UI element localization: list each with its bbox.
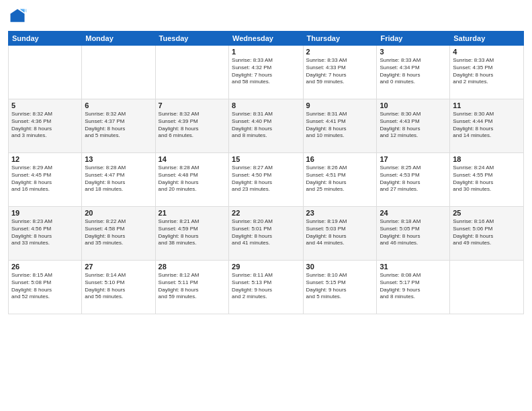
calendar-cell: 18Sunrise: 8:24 AM Sunset: 4:55 PM Dayli… — [450, 153, 524, 207]
day-number: 18 — [453, 155, 521, 163]
calendar-cell — [82, 46, 155, 99]
calendar-cell: 1Sunrise: 8:33 AM Sunset: 4:32 PM Daylig… — [229, 46, 304, 99]
day-info: Sunrise: 8:33 AM Sunset: 4:34 PM Dayligh… — [380, 57, 447, 86]
calendar-cell: 27Sunrise: 8:14 AM Sunset: 5:10 PM Dayli… — [82, 261, 155, 314]
calendar-cell: 24Sunrise: 8:18 AM Sunset: 5:05 PM Dayli… — [377, 207, 450, 261]
day-info: Sunrise: 8:10 AM Sunset: 5:15 PM Dayligh… — [306, 272, 374, 301]
day-info: Sunrise: 8:28 AM Sunset: 4:47 PM Dayligh… — [85, 165, 152, 193]
day-info: Sunrise: 8:26 AM Sunset: 4:51 PM Dayligh… — [306, 165, 374, 193]
day-number: 4 — [453, 48, 521, 56]
calendar-cell: 6Sunrise: 8:32 AM Sunset: 4:37 PM Daylig… — [82, 99, 155, 153]
day-info: Sunrise: 8:20 AM Sunset: 5:01 PM Dayligh… — [232, 218, 300, 247]
day-info: Sunrise: 8:08 AM Sunset: 5:17 PM Dayligh… — [380, 272, 447, 301]
calendar-cell: 11Sunrise: 8:30 AM Sunset: 4:44 PM Dayli… — [450, 99, 524, 153]
calendar-cell: 29Sunrise: 8:11 AM Sunset: 5:13 PM Dayli… — [229, 261, 304, 314]
day-number: 15 — [232, 155, 300, 163]
calendar-cell: 22Sunrise: 8:20 AM Sunset: 5:01 PM Dayli… — [229, 207, 304, 261]
calendar-cell: 26Sunrise: 8:15 AM Sunset: 5:08 PM Dayli… — [9, 261, 82, 314]
page: SundayMondayTuesdayWednesdayThursdayFrid… — [0, 0, 532, 411]
day-info: Sunrise: 8:32 AM Sunset: 4:37 PM Dayligh… — [85, 111, 152, 140]
day-info: Sunrise: 8:11 AM Sunset: 5:13 PM Dayligh… — [232, 272, 300, 301]
day-number: 17 — [380, 155, 447, 163]
day-info: Sunrise: 8:31 AM Sunset: 4:40 PM Dayligh… — [232, 111, 300, 140]
calendar-cell — [450, 261, 524, 314]
day-info: Sunrise: 8:32 AM Sunset: 4:36 PM Dayligh… — [11, 111, 79, 140]
day-number: 14 — [159, 155, 226, 163]
day-number: 26 — [11, 263, 79, 271]
day-number: 25 — [453, 209, 521, 217]
calendar-cell: 4Sunrise: 8:33 AM Sunset: 4:35 PM Daylig… — [450, 46, 524, 99]
calendar-cell: 12Sunrise: 8:29 AM Sunset: 4:45 PM Dayli… — [9, 153, 82, 207]
calendar-cell: 5Sunrise: 8:32 AM Sunset: 4:36 PM Daylig… — [9, 99, 82, 153]
day-info: Sunrise: 8:21 AM Sunset: 4:59 PM Dayligh… — [159, 218, 226, 247]
calendar-cell — [9, 46, 82, 99]
calendar-header-thursday: Thursday — [303, 32, 377, 46]
calendar-cell: 17Sunrise: 8:25 AM Sunset: 4:53 PM Dayli… — [377, 153, 450, 207]
day-info: Sunrise: 8:33 AM Sunset: 4:32 PM Dayligh… — [232, 57, 300, 86]
header — [8, 7, 524, 26]
day-number: 13 — [85, 155, 152, 163]
day-number: 24 — [380, 209, 447, 217]
calendar-week-row: 1Sunrise: 8:33 AM Sunset: 4:32 PM Daylig… — [9, 46, 524, 99]
calendar-cell: 9Sunrise: 8:31 AM Sunset: 4:41 PM Daylig… — [303, 99, 377, 153]
day-number: 6 — [85, 101, 152, 109]
calendar-cell: 15Sunrise: 8:27 AM Sunset: 4:50 PM Dayli… — [229, 153, 304, 207]
day-info: Sunrise: 8:28 AM Sunset: 4:48 PM Dayligh… — [159, 165, 226, 193]
calendar-week-row: 12Sunrise: 8:29 AM Sunset: 4:45 PM Dayli… — [9, 153, 524, 207]
day-number: 10 — [380, 101, 447, 109]
day-number: 23 — [306, 209, 374, 217]
logo — [8, 7, 30, 26]
day-info: Sunrise: 8:23 AM Sunset: 4:56 PM Dayligh… — [11, 218, 79, 247]
day-number: 12 — [11, 155, 79, 163]
calendar-cell: 2Sunrise: 8:33 AM Sunset: 4:33 PM Daylig… — [303, 46, 377, 99]
calendar-cell: 23Sunrise: 8:19 AM Sunset: 5:03 PM Dayli… — [303, 207, 377, 261]
calendar-cell: 16Sunrise: 8:26 AM Sunset: 4:51 PM Dayli… — [303, 153, 377, 207]
day-info: Sunrise: 8:25 AM Sunset: 4:53 PM Dayligh… — [380, 165, 447, 193]
day-info: Sunrise: 8:19 AM Sunset: 5:03 PM Dayligh… — [306, 218, 374, 247]
day-info: Sunrise: 8:27 AM Sunset: 4:50 PM Dayligh… — [232, 165, 300, 193]
calendar-cell: 21Sunrise: 8:21 AM Sunset: 4:59 PM Dayli… — [155, 207, 228, 261]
day-info: Sunrise: 8:33 AM Sunset: 4:35 PM Dayligh… — [453, 57, 521, 86]
day-number: 8 — [232, 101, 300, 109]
day-info: Sunrise: 8:15 AM Sunset: 5:08 PM Dayligh… — [11, 272, 79, 301]
calendar-header-saturday: Saturday — [450, 32, 524, 46]
calendar-cell: 14Sunrise: 8:28 AM Sunset: 4:48 PM Dayli… — [155, 153, 228, 207]
day-number: 16 — [306, 155, 374, 163]
day-number: 27 — [85, 263, 152, 271]
calendar-week-row: 26Sunrise: 8:15 AM Sunset: 5:08 PM Dayli… — [9, 261, 524, 314]
calendar-cell: 7Sunrise: 8:32 AM Sunset: 4:39 PM Daylig… — [155, 99, 228, 153]
calendar-header-friday: Friday — [377, 32, 450, 46]
day-number: 2 — [306, 48, 374, 56]
day-info: Sunrise: 8:30 AM Sunset: 4:43 PM Dayligh… — [380, 111, 447, 140]
calendar-header-wednesday: Wednesday — [229, 32, 304, 46]
day-number: 9 — [306, 101, 374, 109]
day-info: Sunrise: 8:22 AM Sunset: 4:58 PM Dayligh… — [85, 218, 152, 247]
calendar-header-tuesday: Tuesday — [155, 32, 228, 46]
day-number: 29 — [232, 263, 300, 271]
calendar-cell: 8Sunrise: 8:31 AM Sunset: 4:40 PM Daylig… — [229, 99, 304, 153]
calendar-cell: 28Sunrise: 8:12 AM Sunset: 5:11 PM Dayli… — [155, 261, 228, 314]
calendar: SundayMondayTuesdayWednesdayThursdayFrid… — [8, 31, 524, 314]
day-info: Sunrise: 8:30 AM Sunset: 4:44 PM Dayligh… — [453, 111, 521, 140]
day-info: Sunrise: 8:24 AM Sunset: 4:55 PM Dayligh… — [453, 165, 521, 193]
calendar-header-monday: Monday — [82, 32, 155, 46]
day-number: 28 — [159, 263, 226, 271]
day-number: 31 — [380, 263, 447, 271]
calendar-cell: 13Sunrise: 8:28 AM Sunset: 4:47 PM Dayli… — [82, 153, 155, 207]
calendar-header-row: SundayMondayTuesdayWednesdayThursdayFrid… — [9, 32, 524, 46]
day-info: Sunrise: 8:31 AM Sunset: 4:41 PM Dayligh… — [306, 111, 374, 140]
day-number: 7 — [159, 101, 226, 109]
day-number: 1 — [232, 48, 300, 56]
day-info: Sunrise: 8:32 AM Sunset: 4:39 PM Dayligh… — [159, 111, 226, 140]
day-number: 19 — [11, 209, 79, 217]
calendar-cell: 30Sunrise: 8:10 AM Sunset: 5:15 PM Dayli… — [303, 261, 377, 314]
day-number: 22 — [232, 209, 300, 217]
day-number: 30 — [306, 263, 374, 271]
day-info: Sunrise: 8:16 AM Sunset: 5:06 PM Dayligh… — [453, 218, 521, 247]
day-number: 21 — [159, 209, 226, 217]
calendar-cell — [155, 46, 228, 99]
calendar-cell: 19Sunrise: 8:23 AM Sunset: 4:56 PM Dayli… — [9, 207, 82, 261]
day-number: 11 — [453, 101, 521, 109]
day-info: Sunrise: 8:18 AM Sunset: 5:05 PM Dayligh… — [380, 218, 447, 247]
calendar-week-row: 19Sunrise: 8:23 AM Sunset: 4:56 PM Dayli… — [9, 207, 524, 261]
